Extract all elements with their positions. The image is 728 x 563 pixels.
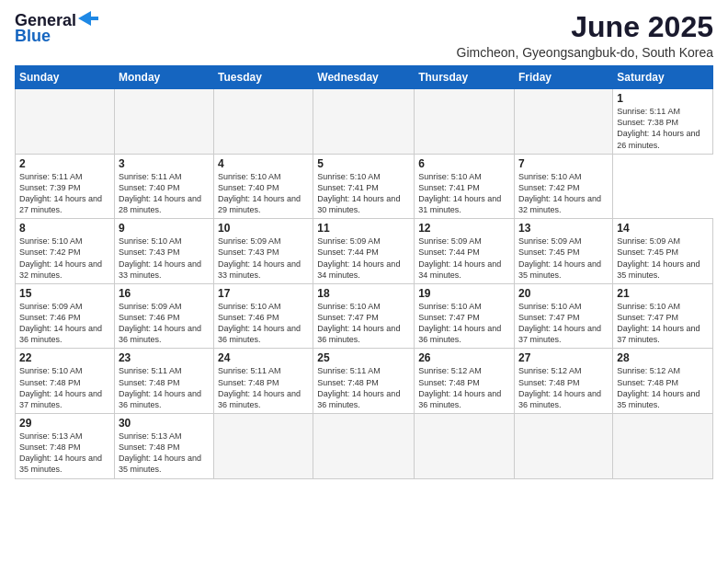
calendar-week-3: 8Sunrise: 5:10 AMSunset: 7:42 PMDaylight… [16, 219, 713, 284]
day-number: 14 [617, 222, 709, 235]
col-header-saturday: Saturday [613, 66, 713, 89]
day-cell: 1Sunrise: 5:11 AMSunset: 7:38 PMDaylight… [613, 89, 713, 155]
svg-marker-0 [78, 11, 98, 26]
main-title: June 2025 [457, 11, 713, 43]
day-info: Sunrise: 5:11 AMSunset: 7:39 PMDaylight:… [19, 171, 110, 216]
day-info: Sunrise: 5:10 AMSunset: 7:47 PMDaylight:… [317, 301, 410, 346]
day-number: 30 [119, 417, 210, 430]
day-number: 25 [317, 351, 410, 364]
day-number: 27 [518, 351, 609, 364]
calendar-week-1: 1Sunrise: 5:11 AMSunset: 7:38 PMDaylight… [16, 89, 713, 155]
day-cell: 28Sunrise: 5:12 AMSunset: 7:48 PMDayligh… [613, 349, 713, 414]
day-info: Sunrise: 5:10 AMSunset: 7:42 PMDaylight:… [518, 171, 609, 216]
day-cell: 8Sunrise: 5:10 AMSunset: 7:42 PMDaylight… [16, 219, 115, 284]
day-number: 20 [518, 287, 609, 300]
calendar-week-4: 15Sunrise: 5:09 AMSunset: 7:46 PMDayligh… [16, 283, 713, 349]
day-info: Sunrise: 5:10 AMSunset: 7:41 PMDaylight:… [418, 171, 510, 216]
empty-cell [415, 414, 515, 479]
day-number: 2 [19, 157, 110, 170]
day-cell: 21Sunrise: 5:10 AMSunset: 7:47 PMDayligh… [613, 283, 713, 349]
day-info: Sunrise: 5:10 AMSunset: 7:47 PMDaylight:… [617, 301, 709, 346]
day-number: 5 [317, 157, 410, 170]
day-info: Sunrise: 5:11 AMSunset: 7:48 PMDaylight:… [119, 365, 210, 410]
day-info: Sunrise: 5:09 AMSunset: 7:45 PMDaylight:… [518, 236, 609, 281]
day-cell: 27Sunrise: 5:12 AMSunset: 7:48 PMDayligh… [515, 349, 613, 414]
day-number: 19 [418, 287, 510, 300]
day-info: Sunrise: 5:11 AMSunset: 7:38 PMDaylight:… [617, 106, 709, 151]
day-number: 26 [418, 351, 510, 364]
subtitle: Gimcheon, Gyeongsangbuk-do, South Korea [457, 45, 713, 60]
day-cell: 18Sunrise: 5:10 AMSunset: 7:47 PMDayligh… [313, 283, 415, 349]
day-info: Sunrise: 5:09 AMSunset: 7:44 PMDaylight:… [317, 236, 410, 281]
logo-arrow-icon [78, 11, 98, 26]
day-info: Sunrise: 5:12 AMSunset: 7:48 PMDaylight:… [617, 365, 709, 410]
day-info: Sunrise: 5:11 AMSunset: 7:40 PMDaylight:… [119, 171, 210, 216]
day-info: Sunrise: 5:12 AMSunset: 7:48 PMDaylight:… [418, 365, 510, 410]
day-cell: 30Sunrise: 5:13 AMSunset: 7:48 PMDayligh… [114, 414, 213, 479]
day-cell: 4Sunrise: 5:10 AMSunset: 7:40 PMDaylight… [214, 154, 313, 219]
day-cell: 12Sunrise: 5:09 AMSunset: 7:44 PMDayligh… [415, 219, 515, 284]
day-cell: 14Sunrise: 5:09 AMSunset: 7:45 PMDayligh… [613, 219, 713, 284]
day-number: 24 [218, 351, 309, 364]
empty-cell [515, 414, 613, 479]
day-info: Sunrise: 5:09 AMSunset: 7:46 PMDaylight:… [119, 301, 210, 346]
empty-cell [313, 414, 415, 479]
day-cell: 23Sunrise: 5:11 AMSunset: 7:48 PMDayligh… [114, 349, 213, 414]
day-info: Sunrise: 5:09 AMSunset: 7:46 PMDaylight:… [19, 301, 110, 346]
day-cell: 7Sunrise: 5:10 AMSunset: 7:42 PMDaylight… [515, 154, 613, 219]
calendar-header-row: SundayMondayTuesdayWednesdayThursdayFrid… [16, 66, 713, 89]
day-number: 23 [119, 351, 210, 364]
day-number: 21 [617, 287, 709, 300]
day-info: Sunrise: 5:10 AMSunset: 7:46 PMDaylight:… [218, 301, 309, 346]
col-header-sunday: Sunday [16, 66, 115, 89]
empty-cell [515, 89, 613, 155]
page: General Blue June 2025 Gimcheon, Gyeongs… [0, 0, 728, 563]
empty-cell [415, 89, 515, 155]
day-cell: 3Sunrise: 5:11 AMSunset: 7:40 PMDaylight… [114, 154, 213, 219]
day-number: 28 [617, 351, 709, 364]
day-info: Sunrise: 5:09 AMSunset: 7:44 PMDaylight:… [418, 236, 510, 281]
calendar-week-6: 29Sunrise: 5:13 AMSunset: 7:48 PMDayligh… [16, 414, 713, 479]
day-cell: 11Sunrise: 5:09 AMSunset: 7:44 PMDayligh… [313, 219, 415, 284]
day-cell: 16Sunrise: 5:09 AMSunset: 7:46 PMDayligh… [114, 283, 213, 349]
col-header-tuesday: Tuesday [214, 66, 313, 89]
day-number: 11 [317, 222, 410, 235]
day-cell: 13Sunrise: 5:09 AMSunset: 7:45 PMDayligh… [515, 219, 613, 284]
empty-cell [214, 414, 313, 479]
day-cell: 29Sunrise: 5:13 AMSunset: 7:48 PMDayligh… [16, 414, 115, 479]
calendar-week-5: 22Sunrise: 5:10 AMSunset: 7:48 PMDayligh… [16, 349, 713, 414]
day-info: Sunrise: 5:10 AMSunset: 7:42 PMDaylight:… [19, 236, 110, 281]
day-info: Sunrise: 5:12 AMSunset: 7:48 PMDaylight:… [518, 365, 609, 410]
col-header-wednesday: Wednesday [313, 66, 415, 89]
day-number: 7 [518, 157, 609, 170]
day-info: Sunrise: 5:11 AMSunset: 7:48 PMDaylight:… [218, 365, 309, 410]
header: General Blue June 2025 Gimcheon, Gyeongs… [15, 11, 713, 60]
day-number: 13 [518, 222, 609, 235]
day-cell: 24Sunrise: 5:11 AMSunset: 7:48 PMDayligh… [214, 349, 313, 414]
col-header-thursday: Thursday [415, 66, 515, 89]
day-cell: 10Sunrise: 5:09 AMSunset: 7:43 PMDayligh… [214, 219, 313, 284]
day-number: 29 [19, 417, 110, 430]
day-info: Sunrise: 5:09 AMSunset: 7:45 PMDaylight:… [617, 236, 709, 281]
col-header-friday: Friday [515, 66, 613, 89]
day-cell: 25Sunrise: 5:11 AMSunset: 7:48 PMDayligh… [313, 349, 415, 414]
day-cell: 9Sunrise: 5:10 AMSunset: 7:43 PMDaylight… [114, 219, 213, 284]
day-info: Sunrise: 5:10 AMSunset: 7:47 PMDaylight:… [418, 301, 510, 346]
calendar-week-2: 2Sunrise: 5:11 AMSunset: 7:39 PMDaylight… [16, 154, 713, 219]
empty-cell [16, 89, 115, 155]
day-info: Sunrise: 5:09 AMSunset: 7:43 PMDaylight:… [218, 236, 309, 281]
day-number: 18 [317, 287, 410, 300]
day-number: 4 [218, 157, 309, 170]
day-cell: 19Sunrise: 5:10 AMSunset: 7:47 PMDayligh… [415, 283, 515, 349]
day-number: 22 [19, 351, 110, 364]
day-info: Sunrise: 5:10 AMSunset: 7:48 PMDaylight:… [19, 365, 110, 410]
day-number: 16 [119, 287, 210, 300]
day-number: 9 [119, 222, 210, 235]
day-number: 6 [418, 157, 510, 170]
calendar: SundayMondayTuesdayWednesdayThursdayFrid… [15, 65, 713, 478]
title-block: June 2025 Gimcheon, Gyeongsangbuk-do, So… [457, 11, 713, 60]
day-cell: 6Sunrise: 5:10 AMSunset: 7:41 PMDaylight… [415, 154, 515, 219]
day-info: Sunrise: 5:13 AMSunset: 7:48 PMDaylight:… [19, 431, 110, 476]
day-info: Sunrise: 5:11 AMSunset: 7:48 PMDaylight:… [317, 365, 410, 410]
logo-blue: Blue [15, 27, 51, 46]
